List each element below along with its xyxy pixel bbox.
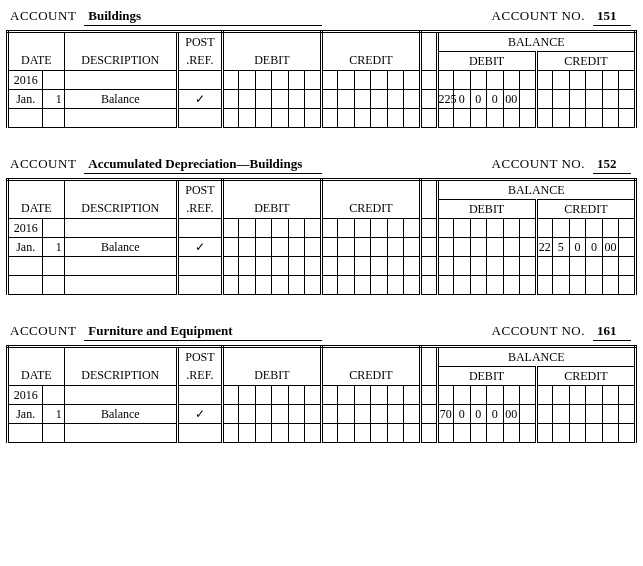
amount-cell <box>619 276 636 295</box>
day-cell: 1 <box>43 90 64 109</box>
amount-cell <box>338 219 355 238</box>
amount-cell <box>338 238 355 257</box>
month-cell: 2016 <box>8 219 43 238</box>
account-label: ACCOUNT <box>10 8 76 24</box>
post-ref-cell <box>177 276 222 295</box>
amount-cell <box>619 238 636 257</box>
description-cell <box>64 424 177 443</box>
amount-cell <box>239 238 256 257</box>
post-ref-cell: ✓ <box>177 405 222 424</box>
month-cell <box>8 109 43 128</box>
amount-cell <box>569 90 586 109</box>
amount-cell <box>321 90 338 109</box>
amount-cell: 0 <box>470 405 487 424</box>
amount-cell <box>536 219 553 238</box>
account-no-label: ACCOUNT NO. <box>492 323 585 339</box>
amount-cell <box>255 90 272 109</box>
amount-cell <box>569 424 586 443</box>
amount-cell: 0 <box>470 90 487 109</box>
table-row: 2016 <box>8 219 636 238</box>
amount-cell <box>454 386 471 405</box>
ledger-header: ACCOUNT Buildings ACCOUNT NO. 151 <box>6 8 637 30</box>
amount-cell <box>305 90 322 109</box>
amount-cell <box>520 219 537 238</box>
account-label: ACCOUNT <box>10 323 76 339</box>
amount-cell <box>255 424 272 443</box>
amount-cell <box>503 257 520 276</box>
amount-cell <box>222 71 239 90</box>
account-no-label: ACCOUNT NO. <box>492 156 585 172</box>
post-ref-cell: ✓ <box>177 90 222 109</box>
account-number: 161 <box>593 323 631 341</box>
amount-cell <box>321 71 338 90</box>
amount-cell <box>602 90 619 109</box>
amount-cell <box>454 257 471 276</box>
amount-cell <box>338 424 355 443</box>
amount-cell <box>536 276 553 295</box>
amount-cell <box>305 405 322 424</box>
amount-cell <box>586 90 603 109</box>
spacer-cell <box>420 219 437 238</box>
table-row <box>8 424 636 443</box>
debit-header: DEBIT <box>222 367 321 386</box>
amount-cell <box>553 424 570 443</box>
amount-cell: 0 <box>586 238 603 257</box>
ledger-table: POST BALANCE DATE DESCRIPTION .REF. DEBI… <box>6 30 637 128</box>
amount-cell <box>487 257 504 276</box>
amount-cell <box>619 109 636 128</box>
amount-cell <box>536 90 553 109</box>
amount-cell <box>437 424 454 443</box>
table-row: Jan. 1 Balance ✓ 7000000 <box>8 405 636 424</box>
post-ref-header-1: POST <box>177 347 222 367</box>
amount-cell <box>288 257 305 276</box>
amount-cell <box>321 386 338 405</box>
amount-cell <box>338 386 355 405</box>
amount-cell <box>305 219 322 238</box>
amount-cell <box>239 386 256 405</box>
header-row-2: DATE DESCRIPTION .REF. DEBIT CREDIT DEBI… <box>8 367 636 386</box>
amount-cell <box>586 424 603 443</box>
amount-cell <box>321 276 338 295</box>
day-cell <box>43 276 64 295</box>
amount-cell <box>387 238 404 257</box>
account-name: Furniture and Equipment <box>84 323 322 341</box>
amount-cell <box>569 71 586 90</box>
amount-cell <box>387 71 404 90</box>
debit-header: DEBIT <box>222 52 321 71</box>
account-number: 151 <box>593 8 631 26</box>
spacer-cell <box>420 238 437 257</box>
amount-cell <box>553 90 570 109</box>
month-cell <box>8 424 43 443</box>
amount-cell <box>272 109 289 128</box>
balance-header: BALANCE <box>437 180 636 200</box>
amount-cell <box>536 109 553 128</box>
amount-cell <box>404 424 421 443</box>
amount-cell <box>487 424 504 443</box>
amount-cell <box>338 71 355 90</box>
amount-cell <box>222 109 239 128</box>
amount-cell <box>222 405 239 424</box>
amount-cell <box>222 238 239 257</box>
amount-cell <box>239 71 256 90</box>
amount-cell <box>487 386 504 405</box>
amount-cell <box>470 386 487 405</box>
amount-cell <box>338 257 355 276</box>
day-cell <box>43 424 64 443</box>
spacer-cell <box>420 405 437 424</box>
amount-cell <box>305 276 322 295</box>
amount-cell <box>503 109 520 128</box>
ledger-header: ACCOUNT Accumulated Depreciation—Buildin… <box>6 156 637 178</box>
amount-cell <box>503 238 520 257</box>
account-label: ACCOUNT <box>10 156 76 172</box>
table-row <box>8 109 636 128</box>
amount-cell <box>470 219 487 238</box>
amount-cell <box>520 424 537 443</box>
amount-cell <box>454 276 471 295</box>
credit-header: CREDIT <box>321 52 420 71</box>
amount-cell <box>305 109 322 128</box>
month-cell <box>8 276 43 295</box>
post-ref-header-2: .REF. <box>177 367 222 386</box>
amount-cell <box>387 219 404 238</box>
spacer-cell <box>420 90 437 109</box>
amount-cell <box>255 238 272 257</box>
